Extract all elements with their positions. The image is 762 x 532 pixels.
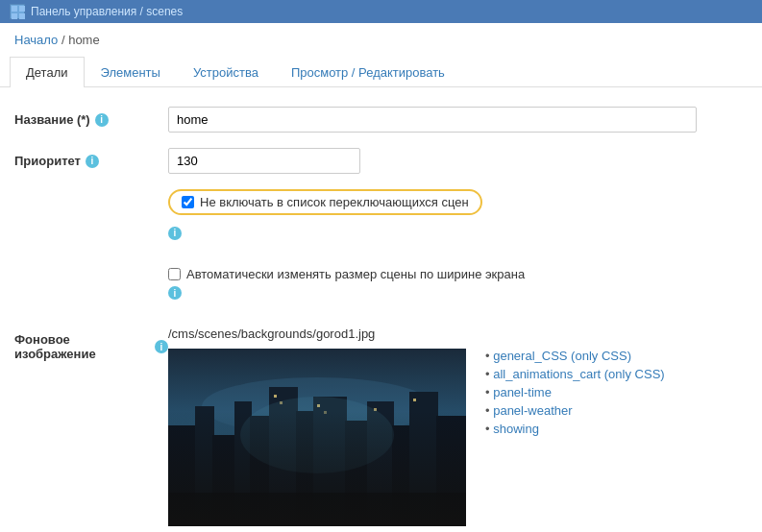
checkbox1-text: Не включать в список переключающихся сце… (200, 195, 469, 209)
bg-row: Фоновое изображение i /cms/scenes/backgr… (14, 326, 748, 526)
svg-rect-6 (168, 425, 197, 526)
svg-rect-0 (12, 6, 17, 12)
checkbox2-input[interactable] (168, 268, 181, 280)
plugin-list: general_CSS (only CSS) all_animations_ca… (485, 349, 665, 440)
checkbox1-highlight: Не включать в список переключающихся сце… (168, 189, 482, 215)
priority-info-icon[interactable]: i (86, 155, 99, 168)
tab-devices[interactable]: Устройства (177, 57, 275, 87)
checkbox1-label-spacer (14, 189, 168, 195)
svg-rect-8 (212, 435, 236, 526)
image-area: general_CSS (only CSS) all_animations_ca… (168, 349, 748, 526)
plugin-link-panel-time[interactable]: panel-time (493, 385, 552, 399)
tab-elements[interactable]: Элементы (85, 57, 177, 87)
panel-icon (10, 4, 25, 19)
svg-rect-16 (392, 425, 411, 526)
list-item: general_CSS (only CSS) (485, 349, 665, 363)
breadcrumb: Начало / home (0, 23, 762, 57)
plugin-link-general-css[interactable]: general_CSS (only CSS) (493, 349, 631, 363)
svg-rect-10 (250, 416, 271, 526)
svg-rect-2 (12, 13, 17, 19)
svg-rect-14 (345, 421, 369, 526)
priority-label: Приоритет i (14, 148, 168, 168)
svg-rect-1 (19, 6, 25, 12)
svg-rect-24 (413, 399, 416, 401)
list-item: panel-time (485, 385, 665, 399)
breadcrumb-current: home (68, 33, 100, 47)
checkbox2-info: i (168, 285, 748, 301)
svg-rect-13 (313, 397, 347, 526)
checkbox2-row: Автоматически изменять размер сцены по ш… (14, 267, 748, 312)
checkbox1-field: Не включать в список переключающихся сце… (168, 189, 748, 252)
breadcrumb-home-link[interactable]: Начало (14, 33, 58, 47)
name-field (168, 107, 748, 133)
list-item: panel-weather (485, 403, 665, 418)
checkbox1-row: Не включать в список переключающихся сце… (14, 189, 748, 252)
tabs-container: Детали Элементы Устройства Просмотр / Ре… (0, 57, 762, 87)
bg-field: /cms/scenes/backgrounds/gorod1.jpg (168, 326, 748, 526)
name-info-icon[interactable]: i (95, 113, 109, 127)
bg-label: Фоновое изображение i (14, 326, 168, 361)
priority-row: Приоритет i (14, 148, 748, 174)
svg-rect-12 (296, 411, 315, 526)
name-row: Название (*) i (14, 107, 748, 133)
svg-rect-9 (234, 401, 252, 526)
checkbox1-info: i (168, 225, 748, 240)
plugin-link-showing[interactable]: showing (493, 422, 539, 436)
checkbox1-container: Не включать в список переключающихся сце… (182, 195, 469, 209)
checkbox2-container: Автоматически изменять размер сцены по ш… (168, 267, 748, 281)
svg-point-26 (240, 397, 394, 473)
svg-rect-25 (168, 493, 466, 526)
svg-rect-4 (168, 349, 466, 526)
list-item: all_animations_cart (only CSS) (485, 367, 665, 381)
svg-rect-18 (436, 416, 466, 526)
bg-info-icon[interactable]: i (155, 340, 168, 353)
checkbox2-text: Автоматически изменять размер сцены по ш… (186, 267, 525, 281)
scene-thumbnail (168, 349, 466, 526)
plugin-link-animations-cart[interactable]: all_animations_cart (only CSS) (493, 367, 664, 381)
tab-preview[interactable]: Просмотр / Редактировать (275, 57, 461, 87)
checkbox1-input[interactable] (182, 196, 194, 208)
svg-rect-15 (367, 401, 394, 526)
name-input[interactable] (168, 107, 697, 133)
checkbox1-info-icon[interactable]: i (168, 227, 182, 240)
plugin-link-panel-weather[interactable]: panel-weather (493, 403, 572, 418)
topbar-breadcrumb: Панель управления / scenes (31, 5, 183, 18)
checkbox2-field: Автоматически изменять размер сцены по ш… (168, 267, 748, 312)
name-label: Название (*) i (14, 107, 168, 127)
svg-rect-3 (19, 13, 25, 19)
svg-rect-22 (324, 411, 327, 414)
bg-path: /cms/scenes/backgrounds/gorod1.jpg (168, 326, 748, 341)
list-item: showing (485, 422, 665, 436)
top-bar: Панель управления / scenes (0, 0, 762, 23)
tab-details[interactable]: Детали (10, 57, 85, 87)
svg-rect-7 (195, 406, 214, 526)
form-content: Название (*) i Приоритет i Не включать в… (0, 87, 762, 532)
checkbox2-label-spacer (14, 267, 168, 273)
svg-rect-17 (409, 392, 438, 526)
checkbox2-info-icon[interactable]: i (168, 286, 182, 300)
priority-input[interactable] (168, 148, 360, 174)
svg-rect-19 (274, 395, 277, 398)
priority-field (168, 148, 748, 174)
